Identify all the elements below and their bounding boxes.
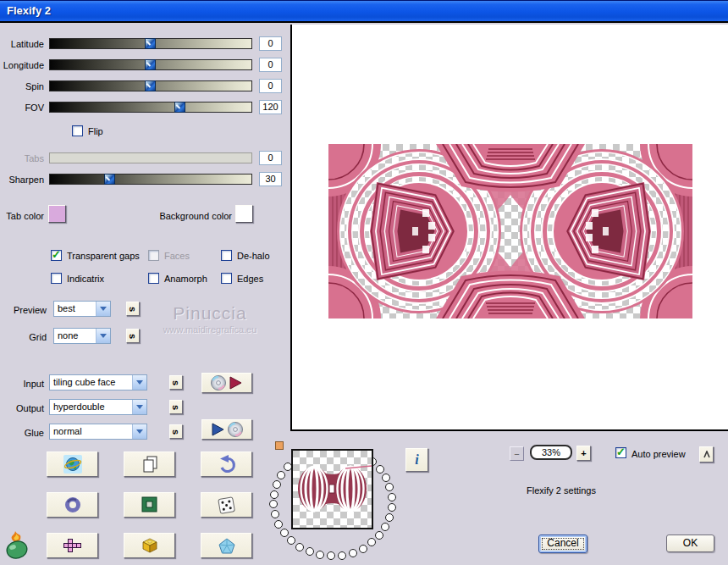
memory-dot[interactable]: [327, 551, 335, 560]
load-image-button[interactable]: [201, 373, 252, 393]
flaming-pear-logo[interactable]: [4, 530, 31, 561]
transparent-gaps-checkbox[interactable]: [51, 250, 62, 261]
longitude-value-field[interactable]: 0: [259, 58, 282, 72]
slider-thumb[interactable]: [145, 80, 156, 91]
watermark-url: www.maidiregrafica.eu: [142, 324, 278, 335]
memory-dot[interactable]: [385, 513, 394, 522]
memory-dot[interactable]: [388, 493, 396, 501]
longitude-slider[interactable]: [49, 59, 252, 70]
input-combo[interactable]: tiling cube face: [49, 374, 147, 391]
glue-save-button[interactable]: s: [169, 424, 183, 439]
glue-combo[interactable]: normal: [49, 424, 147, 440]
memory-dot[interactable]: [316, 551, 324, 559]
memory-dot[interactable]: [274, 520, 283, 529]
zoom-out-button[interactable]: −: [510, 446, 524, 461]
de-halo-checkbox[interactable]: [221, 250, 232, 261]
memory-dot[interactable]: [270, 490, 279, 499]
memory-dot[interactable]: [385, 483, 394, 491]
tabs-value-field: 0: [259, 151, 282, 165]
latitude-value-field[interactable]: 0: [259, 36, 282, 51]
grid-save-button[interactable]: s: [126, 329, 140, 343]
spin-slider[interactable]: [49, 80, 252, 91]
memory-dot[interactable]: [349, 549, 357, 557]
titlebar[interactable]: Flexify 2: [0, 0, 728, 23]
memory-dot[interactable]: [269, 500, 278, 508]
copy-settings-button[interactable]: [124, 451, 175, 477]
gem-shape-button[interactable]: [201, 533, 252, 558]
memory-dot[interactable]: [376, 465, 384, 474]
input-save-button[interactable]: s: [169, 375, 183, 390]
slider-label-sharpen: Sharpen: [0, 174, 44, 185]
brick-shape-button[interactable]: [124, 533, 175, 558]
latitude-slider[interactable]: [49, 38, 252, 49]
unfold-cube-button[interactable]: [47, 533, 98, 558]
tab-color-swatch[interactable]: [48, 205, 66, 223]
torus-shape-button[interactable]: [47, 492, 98, 518]
output-save-button[interactable]: s: [169, 400, 183, 414]
settings-status-text: Flexify 2 settings: [527, 485, 596, 496]
sharpen-slider[interactable]: [49, 174, 252, 185]
slider-thumb[interactable]: [104, 174, 115, 185]
randomize-button[interactable]: [201, 492, 252, 518]
output-combo-label: Output: [0, 403, 44, 413]
preview-image[interactable]: [328, 144, 692, 319]
indicatrix-checkbox[interactable]: [51, 273, 62, 284]
cd-play-icon: [209, 374, 245, 391]
flip-checkbox[interactable]: [72, 125, 83, 136]
chevron-down-icon[interactable]: [96, 302, 110, 316]
memory-dot[interactable]: [271, 510, 279, 518]
preview-combo-label: Preview: [0, 305, 47, 315]
preview-combo[interactable]: best: [53, 301, 111, 317]
memory-dot[interactable]: [381, 523, 389, 531]
zoom-in-button[interactable]: +: [576, 446, 591, 461]
fov-value-field[interactable]: 120: [259, 100, 282, 114]
zoom-percent-display[interactable]: 33%: [530, 445, 572, 460]
chevron-down-icon[interactable]: [132, 400, 146, 414]
preview-thumbnail[interactable]: [291, 449, 373, 529]
chevron-down-icon[interactable]: [132, 424, 146, 439]
square-frame-icon: [141, 496, 158, 513]
cancel-button[interactable]: Cancel: [538, 535, 587, 553]
collapse-button[interactable]: [699, 446, 714, 463]
memory-dot[interactable]: [338, 551, 346, 560]
frame-shape-button[interactable]: [124, 492, 175, 518]
memory-dot[interactable]: [382, 474, 390, 482]
memory-dot[interactable]: [359, 545, 367, 553]
slider-thumb[interactable]: [174, 102, 185, 113]
preview-save-button[interactable]: s: [126, 302, 140, 316]
memory-dot[interactable]: [280, 529, 289, 537]
memory-dot[interactable]: [375, 531, 383, 540]
slider-thumb[interactable]: [145, 59, 156, 70]
slider-thumb[interactable]: [145, 38, 156, 49]
memory-dot[interactable]: [277, 471, 285, 479]
spin-value-field[interactable]: 0: [259, 79, 282, 93]
output-combo-value: hyperdouble: [50, 400, 132, 414]
memory-dot[interactable]: [273, 480, 281, 489]
faces-checkbox: [148, 250, 159, 261]
info-button[interactable]: i: [405, 448, 428, 472]
slider-label-fov: FOV: [0, 102, 44, 113]
sharpen-value-field[interactable]: 30: [259, 172, 282, 186]
memory-dot[interactable]: [388, 503, 396, 512]
memory-dot[interactable]: [306, 547, 314, 556]
fov-slider[interactable]: [49, 102, 252, 113]
undo-button[interactable]: [201, 451, 252, 477]
auto-preview-checkbox[interactable]: [615, 447, 626, 458]
background-color-swatch[interactable]: [235, 205, 253, 223]
chevron-down-icon[interactable]: [132, 375, 146, 390]
memory-dot-marker[interactable]: [275, 441, 284, 450]
grid-combo[interactable]: none: [53, 328, 111, 344]
memory-dot[interactable]: [287, 536, 295, 545]
save-image-button[interactable]: [201, 419, 252, 440]
memory-dot[interactable]: [295, 543, 304, 551]
output-combo[interactable]: hyperdouble: [49, 399, 147, 415]
ok-button[interactable]: OK: [666, 535, 714, 552]
minus-icon: −: [514, 449, 519, 459]
chevron-down-icon[interactable]: [96, 329, 110, 343]
memory-dot[interactable]: [367, 538, 376, 546]
input-combo-label: Input: [0, 379, 44, 389]
anamorph-checkbox[interactable]: [148, 273, 159, 284]
load-settings-button[interactable]: [47, 451, 98, 477]
window-title: Flexify 2: [7, 4, 51, 17]
edges-checkbox[interactable]: [221, 273, 232, 284]
